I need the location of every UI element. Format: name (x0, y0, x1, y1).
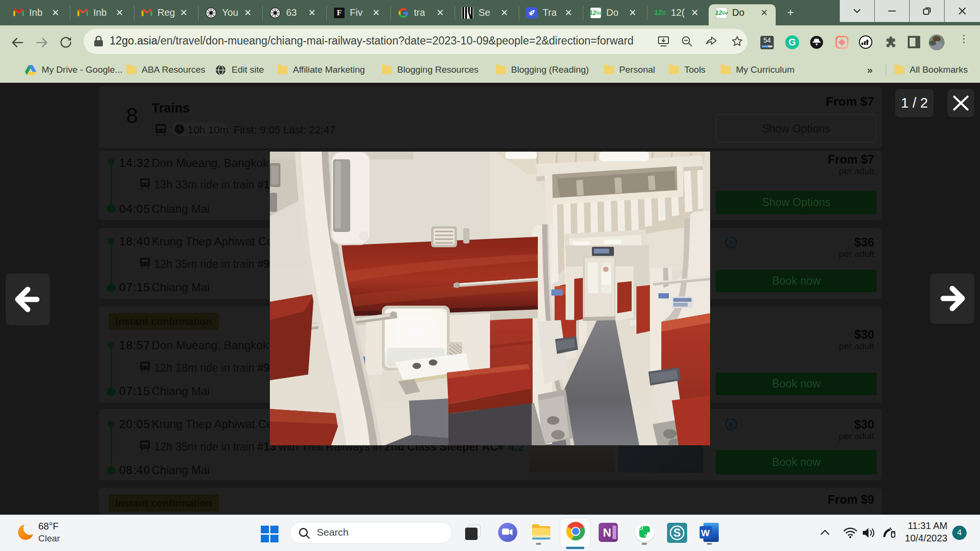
svg-text:$: $ (729, 239, 733, 247)
svg-text:$: $ (729, 420, 733, 429)
svg-text:S: S (673, 527, 680, 539)
